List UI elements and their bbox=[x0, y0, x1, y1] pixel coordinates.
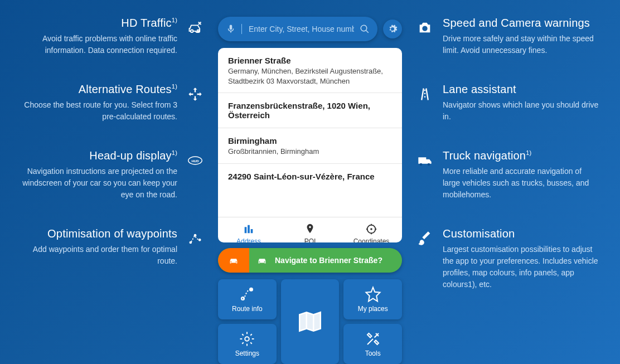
navigate-label: Navigate to Brienner Straße? bbox=[275, 256, 382, 265]
tab-address[interactable]: Address bbox=[218, 217, 279, 242]
tile-map[interactable] bbox=[281, 279, 340, 364]
map-icon bbox=[296, 308, 324, 336]
feature-alt-routes: Alternative Routes1) Choose the best rou… bbox=[11, 83, 204, 123]
svg-point-10 bbox=[420, 163, 423, 166]
feature-truck-nav: Truck navigation1) More reliable and acc… bbox=[416, 149, 609, 201]
camera-icon bbox=[416, 19, 434, 37]
feature-hd-traffic: HD Traffic1) Avoid traffic problems with… bbox=[11, 17, 204, 56]
feature-desc: Drive more safely and stay within the sp… bbox=[443, 33, 599, 56]
tab-poi[interactable]: POI bbox=[279, 217, 341, 242]
feature-desc: Navigation instructions are projected on… bbox=[21, 166, 177, 201]
svg-point-9 bbox=[245, 337, 250, 341]
coordinates-icon bbox=[365, 223, 377, 235]
gear-icon bbox=[239, 331, 255, 347]
tile-label: Route info bbox=[232, 305, 263, 313]
result-item[interactable]: Birmingham Großbritannien, Birmingham bbox=[218, 128, 402, 164]
address-icon bbox=[243, 223, 255, 235]
tile-label: My places bbox=[358, 305, 388, 313]
result-title: Brienner Straße bbox=[228, 56, 392, 65]
gear-icon bbox=[388, 24, 398, 34]
result-title: 24290 Saint-Léon-sur-Vézère, France bbox=[228, 172, 392, 181]
search-results: Brienner Straße Germany, München, Bezirk… bbox=[218, 48, 402, 242]
feature-desc: Navigator shows which lane you should dr… bbox=[443, 99, 599, 123]
result-title: Franzensbrückenstraße, 1020 Wien, Österr… bbox=[228, 101, 392, 120]
feature-desc: Largest customisation possibilities to a… bbox=[443, 244, 599, 290]
waypoints-icon bbox=[186, 230, 204, 247]
result-title: Birmingham bbox=[228, 136, 392, 145]
result-item[interactable]: Brienner Straße Germany, München, Bezirk… bbox=[218, 48, 402, 93]
feature-lane-assist: Lane assistant Navigator shows which lan… bbox=[416, 83, 609, 123]
star-icon bbox=[365, 286, 381, 303]
route-icon bbox=[239, 286, 255, 303]
tile-my-places[interactable]: My places bbox=[343, 279, 402, 319]
tab-coordinates[interactable]: Coordinates bbox=[341, 217, 402, 242]
tile-route-info[interactable]: Route info bbox=[218, 279, 277, 319]
result-item[interactable]: 24290 Saint-Léon-sur-Vézère, France bbox=[218, 164, 402, 189]
car-orange-icon bbox=[218, 248, 249, 273]
car-green-icon bbox=[256, 254, 268, 266]
tab-label: Coordinates bbox=[353, 237, 390, 242]
feature-desc: Add waypoints and order them for optimal… bbox=[21, 244, 177, 267]
feature-title: Speed and Camera warnings bbox=[443, 17, 599, 30]
navigate-button[interactable]: Navigate to Brienner Straße? bbox=[218, 248, 402, 273]
feature-title: Truck navigation1) bbox=[443, 149, 599, 162]
result-sub: Germany, München, Bezirksteil Augustenst… bbox=[228, 66, 392, 86]
tools-icon bbox=[365, 331, 381, 347]
tab-label: POI bbox=[304, 237, 316, 242]
tab-label: Address bbox=[236, 237, 261, 242]
search-settings-button[interactable] bbox=[383, 20, 402, 38]
quick-tiles: Route info My places Settings Tools bbox=[218, 279, 402, 364]
feature-title: Lane assistant bbox=[443, 83, 599, 96]
car-traffic-icon bbox=[186, 19, 204, 37]
feature-hud: Head-up display1) Navigation instruction… bbox=[11, 149, 204, 201]
tile-tools[interactable]: Tools bbox=[343, 324, 402, 364]
feature-desc: Avoid traffic problems with online traff… bbox=[21, 33, 177, 56]
feature-customisation: Customisation Largest customisation poss… bbox=[416, 227, 609, 290]
svg-point-4 bbox=[198, 239, 201, 241]
svg-point-11 bbox=[428, 163, 430, 166]
svg-text:HUD: HUD bbox=[191, 159, 199, 163]
truck-icon bbox=[416, 152, 434, 169]
feature-title: Head-up display1) bbox=[21, 149, 177, 162]
feature-waypoints: Optimisation of waypoints Add waypoints … bbox=[11, 227, 204, 267]
mic-icon[interactable] bbox=[226, 24, 236, 34]
brush-icon bbox=[416, 230, 434, 247]
feature-speed-camera: Speed and Camera warnings Drive more saf… bbox=[416, 17, 609, 56]
result-item[interactable]: Franzensbrückenstraße, 1020 Wien, Österr… bbox=[218, 93, 402, 128]
feature-title: Alternative Routes1) bbox=[21, 83, 177, 96]
arrows-icon bbox=[186, 85, 204, 103]
tile-label: Tools bbox=[365, 350, 381, 357]
feature-title: Customisation bbox=[443, 227, 599, 240]
feature-title: Optimisation of waypoints bbox=[21, 227, 177, 240]
feature-desc: More reliable and accurate navigation of… bbox=[443, 166, 599, 201]
search-input[interactable] bbox=[249, 25, 354, 33]
tile-settings[interactable]: Settings bbox=[218, 324, 277, 364]
poi-icon bbox=[304, 223, 316, 235]
search-icon[interactable] bbox=[360, 24, 370, 34]
feature-desc: Choose the best route for you. Select fr… bbox=[21, 99, 177, 123]
hud-icon: HUD bbox=[186, 152, 204, 169]
result-sub: Großbritannien, Birmingham bbox=[228, 147, 392, 157]
tile-label: Settings bbox=[235, 350, 259, 357]
search-bar[interactable] bbox=[218, 17, 377, 41]
feature-title: HD Traffic1) bbox=[21, 17, 177, 30]
svg-point-6 bbox=[370, 228, 372, 230]
results-tabbar: Address POI Coordinates bbox=[218, 217, 402, 242]
lane-icon bbox=[416, 85, 434, 103]
